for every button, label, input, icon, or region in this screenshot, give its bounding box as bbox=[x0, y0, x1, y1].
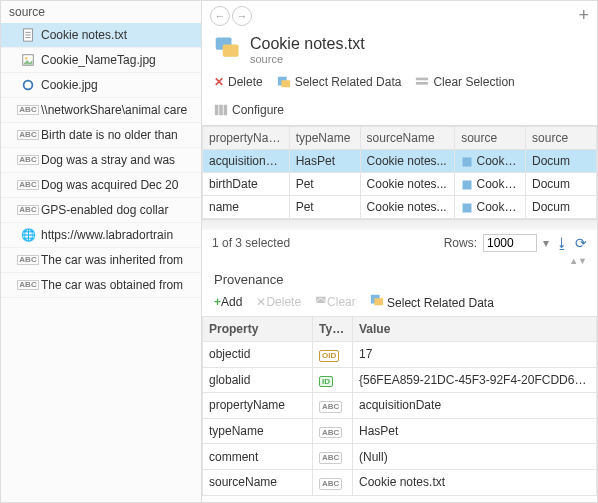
abc-icon: ABC bbox=[21, 103, 35, 117]
download-icon[interactable]: ⭳ bbox=[555, 235, 569, 251]
table-row[interactable]: namePetCookie notes... Cookie...Docum bbox=[203, 196, 597, 219]
tree-item-label: https://www.labradortrain bbox=[41, 228, 173, 242]
tree-item[interactable]: ABCBirth date is no older than bbox=[1, 123, 201, 148]
grid-column-header[interactable]: source bbox=[526, 127, 597, 150]
prov-select-related-button[interactable]: Select Related Data bbox=[370, 293, 494, 310]
grid-cell[interactable]: Docum bbox=[526, 196, 597, 219]
page-subtitle: source bbox=[250, 53, 365, 65]
grid-column-header[interactable]: source bbox=[455, 127, 526, 150]
tree-item-label: The car was inherited from bbox=[41, 253, 183, 267]
panel-collapse-icon[interactable]: ▲▼ bbox=[202, 256, 597, 266]
table-row[interactable]: acquisitionD...HasPetCookie notes... Coo… bbox=[203, 150, 597, 173]
grid-cell[interactable]: birthDate bbox=[203, 173, 290, 196]
grid-cell[interactable]: Cookie... bbox=[455, 173, 526, 196]
grid-column-header[interactable]: propertyName bbox=[203, 127, 290, 150]
prov-value: {56FEA859-21DC-45F3-92F4-20FCDD69B60C} bbox=[353, 367, 597, 393]
provenance-title: Provenance bbox=[202, 266, 597, 293]
data-grid: propertyNametypeNamesourceNamesourcesour… bbox=[202, 125, 597, 230]
svg-rect-10 bbox=[281, 80, 290, 87]
rows-input[interactable] bbox=[483, 234, 537, 252]
tree-item-label: Birth date is no older than bbox=[41, 128, 178, 142]
grid-cell[interactable]: name bbox=[203, 196, 290, 219]
col-property[interactable]: Property bbox=[203, 317, 313, 342]
tree-item[interactable]: 🌐https://www.labradortrain bbox=[1, 223, 201, 248]
tree-item[interactable]: ABCThe car was obtained from bbox=[1, 273, 201, 298]
horizontal-scrollbar[interactable] bbox=[202, 219, 597, 230]
svg-rect-16 bbox=[463, 157, 472, 166]
tree-item[interactable]: ABC\\networkShare\animal care bbox=[1, 98, 201, 123]
prov-row[interactable]: objectidOID17 bbox=[203, 342, 597, 368]
prov-property: sourceName bbox=[203, 469, 313, 495]
prov-property: typeName bbox=[203, 418, 313, 444]
add-button[interactable]: +Add bbox=[214, 295, 242, 309]
world-icon: 🌐 bbox=[21, 228, 35, 242]
prov-delete-button: ✕Delete bbox=[256, 295, 301, 309]
image-file-icon bbox=[21, 53, 35, 67]
tree-item[interactable]: ABCDog was a stray and was bbox=[1, 148, 201, 173]
abc-icon: ABC bbox=[21, 203, 35, 217]
abc-icon: ABC bbox=[21, 128, 35, 142]
configure-button[interactable]: Configure bbox=[214, 103, 284, 117]
nav-arrows: ← → bbox=[210, 6, 252, 26]
grid-cell[interactable]: Pet bbox=[289, 196, 360, 219]
configure-icon bbox=[214, 103, 228, 117]
grid-cell[interactable]: Cookie notes... bbox=[360, 150, 455, 173]
rows-dropdown-icon[interactable]: ▾ bbox=[543, 236, 549, 250]
source-tree: Cookie notes.txtCookie_NameTag.jpgCookie… bbox=[1, 23, 201, 502]
sidebar: source Cookie notes.txtCookie_NameTag.jp… bbox=[1, 1, 202, 502]
provenance-table: Property Type Value objectidOID17globali… bbox=[202, 316, 597, 496]
tree-item[interactable]: Cookie.jpg bbox=[1, 73, 201, 98]
svg-point-6 bbox=[24, 81, 33, 90]
tree-item[interactable]: Cookie_NameTag.jpg bbox=[1, 48, 201, 73]
grid-cell[interactable]: acquisitionD... bbox=[203, 150, 290, 173]
nav-back-button[interactable]: ← bbox=[210, 6, 230, 26]
prov-row[interactable]: sourceNameABCCookie notes.txt bbox=[203, 469, 597, 495]
nav-forward-button[interactable]: → bbox=[232, 6, 252, 26]
tree-item[interactable]: ABCThe car was inherited from bbox=[1, 248, 201, 273]
add-panel-button[interactable]: + bbox=[578, 5, 589, 26]
svg-rect-20 bbox=[374, 298, 383, 305]
prov-row[interactable]: commentABC(Null) bbox=[203, 444, 597, 470]
select-related-data-button[interactable]: Select Related Data bbox=[277, 75, 402, 89]
col-value[interactable]: Value bbox=[353, 317, 597, 342]
svg-rect-12 bbox=[416, 82, 428, 85]
tree-item[interactable]: Cookie notes.txt bbox=[1, 23, 201, 48]
grid-cell[interactable]: Cookie... bbox=[455, 150, 526, 173]
main-toolbar: ✕Delete Select Related Data Clear Select… bbox=[202, 69, 597, 125]
tree-item-label: GPS-enabled dog collar bbox=[41, 203, 168, 217]
prov-row[interactable]: globalidID{56FEA859-21DC-45F3-92F4-20FCD… bbox=[203, 367, 597, 393]
prov-row[interactable]: propertyNameABCacquisitionDate bbox=[203, 393, 597, 419]
col-type[interactable]: Type bbox=[313, 317, 353, 342]
eraser-icon: ◚ bbox=[315, 295, 327, 309]
tree-item-label: Dog was a stray and was bbox=[41, 153, 175, 167]
grid-cell[interactable]: Docum bbox=[526, 150, 597, 173]
grid-column-header[interactable]: typeName bbox=[289, 127, 360, 150]
svg-rect-13 bbox=[215, 105, 219, 116]
tree-item[interactable]: ABCGPS-enabled dog collar bbox=[1, 198, 201, 223]
svg-rect-17 bbox=[463, 180, 472, 189]
grid-cell[interactable]: Cookie notes... bbox=[360, 196, 455, 219]
x-icon: ✕ bbox=[214, 75, 224, 89]
refresh-icon[interactable]: ⟳ bbox=[575, 235, 587, 251]
main-panel: ← → + Cookie notes.txt source ✕Delete Se… bbox=[202, 1, 597, 502]
prov-value: (Null) bbox=[353, 444, 597, 470]
grid-cell[interactable]: Cookie... bbox=[455, 196, 526, 219]
grid-cell[interactable]: Pet bbox=[289, 173, 360, 196]
prov-row[interactable]: typeNameABCHasPet bbox=[203, 418, 597, 444]
prov-property: objectid bbox=[203, 342, 313, 368]
tree-item[interactable]: ABCDog was acquired Dec 20 bbox=[1, 173, 201, 198]
abc-icon: ABC bbox=[21, 253, 35, 267]
prov-value: 17 bbox=[353, 342, 597, 368]
abc-icon: ABC bbox=[21, 278, 35, 292]
grid-column-header[interactable]: sourceName bbox=[360, 127, 455, 150]
tree-item-label: The car was obtained from bbox=[41, 278, 183, 292]
grid-cell[interactable]: Cookie notes... bbox=[360, 173, 455, 196]
selection-status: 1 of 3 selected bbox=[212, 236, 290, 250]
prov-type-badge: ABC bbox=[313, 418, 353, 444]
grid-cell[interactable]: HasPet bbox=[289, 150, 360, 173]
tree-item-label: \\networkShare\animal care bbox=[41, 103, 187, 117]
grid-cell[interactable]: Docum bbox=[526, 173, 597, 196]
clear-selection-button[interactable]: Clear Selection bbox=[415, 75, 514, 89]
delete-button[interactable]: ✕Delete bbox=[214, 75, 263, 89]
table-row[interactable]: birthDatePetCookie notes... Cookie...Doc… bbox=[203, 173, 597, 196]
